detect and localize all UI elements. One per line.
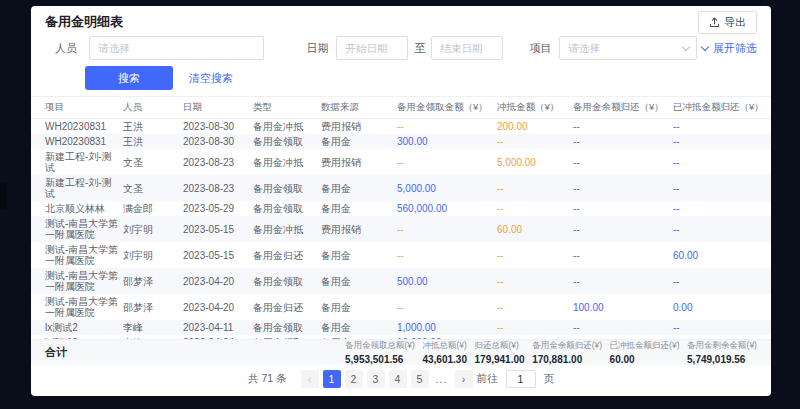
table-row[interactable]: WH20230831王洪2023-08-30备用金冲抵费用报销--200.00-… xyxy=(31,119,771,134)
project-filter: 项目 xyxy=(529,36,697,60)
table-row[interactable]: 测试-南昌大学第一附属医院邵梦泽2023-04-20备用金归还备用金----10… xyxy=(31,294,771,320)
amount-cell: -- xyxy=(673,149,771,175)
type-cell: 备用金归还 xyxy=(253,294,321,320)
table-row[interactable]: WH20230831王洪2023-08-30备用金领取备用金300.00----… xyxy=(31,134,771,149)
project-cell: 测试-南昌大学第一附属医院 xyxy=(31,268,123,294)
project-cell: 测试-南昌大学第一附属医院 xyxy=(31,216,123,242)
expand-filters-link[interactable]: 展开筛选 xyxy=(702,41,757,56)
table-row[interactable]: 新建工程-刘-测试文圣2023-08-23备用金冲抵费用报销--5,000.00… xyxy=(31,149,771,175)
date-cell: 2023-08-30 xyxy=(183,134,253,149)
amount-cell: -- xyxy=(397,216,497,242)
source-cell: 备用金 xyxy=(321,268,397,294)
amount-cell: -- xyxy=(397,242,497,268)
type-cell: 备用金冲抵 xyxy=(253,216,321,242)
column-header: 项目 xyxy=(31,97,123,119)
table-row[interactable]: 测试-南昌大学第一附属医院刘宇明2023-05-15备用金归还备用金------… xyxy=(31,242,771,268)
type-cell: 备用金领取 xyxy=(253,268,321,294)
summary-stat-value: 5,749,019.56 xyxy=(687,354,757,365)
table-row[interactable]: 测试-南昌大学第一附属医院刘宇明2023-05-15备用金冲抵费用报销--60.… xyxy=(31,216,771,242)
date-cell: 2023-04-20 xyxy=(183,268,253,294)
page-button[interactable]: 1 xyxy=(323,370,341,388)
source-cell: 备用金 xyxy=(321,320,397,335)
amount-cell: 0.00 xyxy=(673,294,771,320)
search-button[interactable]: 搜索 xyxy=(85,66,173,90)
column-header: 日期 xyxy=(183,97,253,119)
amount-cell: -- xyxy=(573,201,673,216)
amount-cell: -- xyxy=(397,149,497,175)
export-button[interactable]: 导出 xyxy=(698,11,757,34)
summary-stat-value: 43,601.30 xyxy=(422,354,467,365)
more-pages-ellipsis[interactable]: ... xyxy=(433,370,451,388)
page-buttons: 12345... xyxy=(323,370,451,388)
table-row[interactable]: lx测试2李峰2023-04-11备用金领取备用金1,000.00------ xyxy=(31,320,771,335)
clear-search-link[interactable]: 清空搜索 xyxy=(189,71,233,86)
column-header: 冲抵金额（¥） xyxy=(497,97,573,119)
amount-cell: 5,000.00 xyxy=(497,149,573,175)
type-cell: 备用金领取 xyxy=(253,201,321,216)
date-end-input[interactable] xyxy=(431,36,503,60)
person-cell: 满金郎 xyxy=(123,201,183,216)
panel-header: 备用金明细表 导出 xyxy=(31,6,771,32)
project-select-input[interactable] xyxy=(559,36,697,60)
amount-cell: -- xyxy=(397,119,497,134)
summary-stat: 备用金余额归还(¥)170,881.00 xyxy=(532,340,602,365)
chevron-down-icon xyxy=(701,43,709,51)
date-cell: 2023-05-29 xyxy=(183,201,253,216)
page-button[interactable]: 3 xyxy=(367,370,385,388)
amount-cell: -- xyxy=(497,320,573,335)
amount-cell: -- xyxy=(573,268,673,294)
column-header: 类型 xyxy=(253,97,321,119)
source-cell: 备用金 xyxy=(321,134,397,149)
table-row[interactable]: 北京顺义林林满金郎2023-05-29备用金领取备用金560,000.00---… xyxy=(31,201,771,216)
action-row: 搜索 清空搜索 xyxy=(31,66,771,90)
prev-page-button[interactable]: ‹ xyxy=(301,370,319,388)
page-button[interactable]: 5 xyxy=(411,370,429,388)
page-button[interactable]: 4 xyxy=(389,370,407,388)
amount-cell: 200.00 xyxy=(497,119,573,134)
table-header-row: 项目人员日期类型数据来源备用金领取金额（¥）冲抵金额（¥）备用金余额归还（¥）已… xyxy=(31,97,771,119)
amount-cell: -- xyxy=(673,268,771,294)
project-cell: lx测试2 xyxy=(31,320,123,335)
date-cell: 2023-04-20 xyxy=(183,294,253,320)
summary-title: 合计 xyxy=(45,345,67,360)
amount-cell: -- xyxy=(673,175,771,201)
amount-cell: -- xyxy=(573,149,673,175)
pagination: 共 71 条 ‹ 12345... › 前往 页 xyxy=(31,369,771,389)
goto-page-input[interactable] xyxy=(506,370,536,388)
date-filter: 日期 至 xyxy=(306,36,503,60)
type-cell: 备用金冲抵 xyxy=(253,149,321,175)
date-cell: 2023-08-23 xyxy=(183,149,253,175)
source-cell: 备用金 xyxy=(321,201,397,216)
type-cell: 备用金冲抵 xyxy=(253,119,321,134)
next-page-button[interactable]: › xyxy=(455,370,473,388)
amount-cell: -- xyxy=(497,201,573,216)
person-select[interactable] xyxy=(89,36,264,60)
date-filter-label: 日期 xyxy=(306,41,328,56)
project-cell: 测试-南昌大学第一附属医院 xyxy=(31,294,123,320)
amount-cell: -- xyxy=(573,242,673,268)
table-scroll-area[interactable]: WH20230831王洪2023-08-30备用金冲抵费用报销--200.00-… xyxy=(31,119,771,339)
amount-cell: 60.00 xyxy=(673,242,771,268)
amount-cell: -- xyxy=(397,294,497,320)
project-select[interactable] xyxy=(559,36,697,60)
summary-row: 合计 备用金领取总额(¥)5,953,501.56冲抵总额(¥)43,601.3… xyxy=(31,339,771,365)
person-cell: 刘宇明 xyxy=(123,216,183,242)
date-start-input[interactable] xyxy=(336,36,408,60)
export-label: 导出 xyxy=(724,15,746,30)
amount-cell: -- xyxy=(673,134,771,149)
pagination-total: 共 71 条 xyxy=(248,372,287,386)
goto-suffix: 页 xyxy=(544,372,555,386)
drawer-handle[interactable] xyxy=(0,183,7,209)
amount-cell: -- xyxy=(673,201,771,216)
amount-cell: -- xyxy=(497,175,573,201)
table-row[interactable]: 新建工程-刘-测试文圣2023-08-23备用金领取备用金5,000.00---… xyxy=(31,175,771,201)
source-cell: 费用报销 xyxy=(321,149,397,175)
summary-stat-value: 5,953,501.56 xyxy=(345,354,415,365)
page-button[interactable]: 2 xyxy=(345,370,363,388)
project-cell: 北京顺义林林 xyxy=(31,201,123,216)
date-cell: 2023-08-30 xyxy=(183,119,253,134)
table-body: WH20230831王洪2023-08-30备用金冲抵费用报销--200.00-… xyxy=(31,119,771,339)
summary-stat-label: 归还总额(¥) xyxy=(475,340,525,352)
project-cell: WH20230831 xyxy=(31,119,123,134)
table-row[interactable]: 测试-南昌大学第一附属医院邵梦泽2023-04-20备用金领取备用金500.00… xyxy=(31,268,771,294)
